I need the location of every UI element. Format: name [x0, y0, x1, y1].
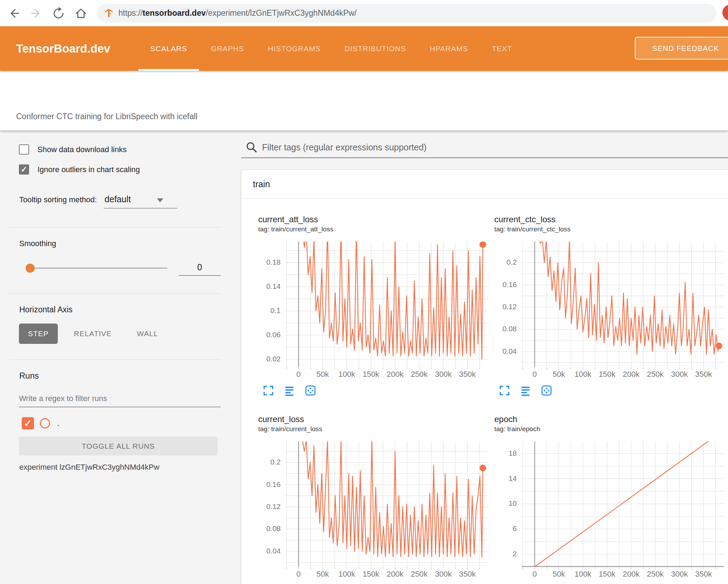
- offset-axes-icon[interactable]: [283, 385, 295, 399]
- profile-avatar[interactable]: [722, 5, 728, 21]
- home-icon[interactable]: [74, 6, 88, 20]
- run-color-circle-icon[interactable]: [40, 418, 50, 428]
- toggle-all-runs-button[interactable]: TOGGLE ALL RUNS: [19, 437, 218, 455]
- svg-text:250k: 250k: [647, 570, 664, 578]
- tab-histograms[interactable]: HISTOGRAMS: [256, 26, 333, 71]
- fit-domain-icon[interactable]: [541, 385, 552, 399]
- svg-text:50k: 50k: [552, 370, 565, 379]
- plot-current_ctc_loss[interactable]: 050k100k150k200k250k300k350k: [522, 242, 724, 379]
- svg-text:100k: 100k: [338, 570, 356, 578]
- back-icon[interactable]: [7, 6, 21, 20]
- y-axis-labels: 26101418: [494, 441, 522, 579]
- run-row: ✓ .: [22, 417, 59, 429]
- tab-hparams[interactable]: HPARAMS: [418, 26, 480, 71]
- filter-tags-input[interactable]: [262, 142, 728, 152]
- svg-text:0: 0: [533, 370, 537, 379]
- y-axis-labels: 0.020.060.10.140.18: [258, 242, 286, 379]
- fullscreen-icon[interactable]: [499, 385, 510, 399]
- chart-tag: tag: train/current_ctc_loss: [494, 225, 728, 234]
- smoothing-value-input[interactable]: 0: [179, 262, 221, 276]
- chart-title: current_ctc_loss: [494, 214, 728, 225]
- tab-distributions[interactable]: DISTRIBUTIONS: [333, 26, 418, 71]
- experiment-id-label: experiment lzGnETjwRxC3yghNMd4kPw: [19, 463, 159, 472]
- chevron-down-icon: [157, 198, 163, 202]
- svg-text:200k: 200k: [387, 370, 404, 379]
- main-panel: train current_att_losstag: train/current…: [232, 130, 728, 584]
- offset-axes-icon[interactable]: [520, 385, 531, 399]
- tab-scalars[interactable]: SCALARS: [138, 26, 199, 71]
- svg-text:350k: 350k: [695, 570, 712, 578]
- tensorboard-page: https://tensorboard.dev/experiment/lzGnE…: [0, 0, 728, 584]
- svg-text:350k: 350k: [459, 570, 476, 578]
- plot-current_att_loss[interactable]: 050k100k150k200k250k300k350k: [286, 242, 488, 379]
- svg-text:200k: 200k: [387, 570, 404, 578]
- url-text: https://tensorboard.dev/experiment/lzGnE…: [118, 8, 357, 18]
- horizontal-axis-label: Horizontal Axis: [19, 305, 73, 314]
- svg-text:300k: 300k: [435, 370, 452, 379]
- chart-title: current_att_loss: [258, 214, 494, 225]
- chart-tag: tag: train/current_att_loss: [258, 225, 494, 234]
- plot-epoch[interactable]: 050k100k150k200k250k300k350k: [522, 441, 724, 579]
- experiment-title: Conformer CTC training for LibriSpeech w…: [16, 112, 198, 121]
- smoothing-label: Smoothing: [19, 239, 56, 248]
- browser-toolbar: https://tensorboard.dev/experiment/lzGnE…: [0, 0, 728, 26]
- chart-cell-epoch: epochtag: train/epoch26101418050k100k150…: [494, 414, 728, 579]
- smoothing-slider[interactable]: [26, 264, 167, 273]
- chart-cell-current_loss: current_losstag: train/current_loss0.040…: [258, 414, 494, 579]
- chart-cell-current_ctc_loss: current_ctc_losstag: train/current_ctc_l…: [494, 214, 728, 399]
- fit-domain-icon[interactable]: [304, 385, 316, 399]
- chart-tag: tag: train/current_loss: [258, 425, 494, 434]
- svg-text:150k: 150k: [599, 370, 616, 379]
- chart-tag: tag: train/epoch: [494, 425, 728, 434]
- slider-thumb[interactable]: [26, 264, 35, 273]
- svg-text:300k: 300k: [435, 570, 452, 578]
- axis-option-relative[interactable]: RELATIVE: [65, 324, 121, 344]
- reload-icon[interactable]: [51, 6, 66, 20]
- show-download-links-checkbox[interactable]: Show data download links: [19, 144, 126, 155]
- tooltip-sorting-select[interactable]: default: [104, 194, 177, 209]
- charts-grid: current_att_losstag: train/current_att_l…: [241, 199, 728, 579]
- axis-option-step[interactable]: STEP: [19, 324, 58, 344]
- svg-text:300k: 300k: [671, 370, 688, 379]
- svg-text:200k: 200k: [623, 570, 640, 578]
- svg-text:200k: 200k: [623, 370, 640, 379]
- runs-label: Runs: [19, 371, 39, 381]
- plot-current_loss[interactable]: 050k100k150k200k250k300k350k: [286, 441, 488, 579]
- chart-cell-current_att_loss: current_att_losstag: train/current_att_l…: [258, 214, 494, 399]
- svg-text:250k: 250k: [411, 370, 428, 379]
- svg-text:0: 0: [533, 570, 537, 578]
- divider: [9, 359, 221, 360]
- fullscreen-icon[interactable]: [262, 385, 274, 399]
- y-axis-labels: 0.040.080.120.160.2: [494, 242, 522, 379]
- tab-graphs[interactable]: GRAPHS: [199, 26, 256, 71]
- tensorboard-favicon: [104, 8, 114, 18]
- svg-text:150k: 150k: [599, 570, 616, 578]
- checkbox-unchecked-icon[interactable]: [19, 144, 29, 155]
- settings-sidebar: Show data download links ✓ Ignore outlie…: [0, 130, 232, 584]
- svg-text:0: 0: [296, 370, 301, 379]
- run-checkbox-checked-icon[interactable]: ✓: [22, 417, 34, 429]
- svg-text:100k: 100k: [338, 370, 356, 379]
- horizontal-axis-buttons: STEPRELATIVEWALL: [19, 324, 167, 344]
- divider: [9, 227, 221, 228]
- slider-track[interactable]: [26, 267, 167, 269]
- svg-text:350k: 350k: [459, 370, 476, 379]
- train-card: train current_att_losstag: train/current…: [241, 170, 728, 584]
- checkbox-checked-icon[interactable]: ✓: [19, 164, 29, 175]
- chart-title: epoch: [494, 414, 728, 425]
- svg-text:100k: 100k: [575, 570, 592, 578]
- axis-option-wall[interactable]: WALL: [128, 324, 167, 344]
- tooltip-sorting-row: Tooltip sorting method: default: [19, 194, 177, 209]
- url-bar[interactable]: https://tensorboard.dev/experiment/lzGnE…: [97, 4, 716, 22]
- app-header: TensorBoard.dev SCALARSGRAPHSHISTOGRAMSD…: [0, 26, 728, 71]
- search-icon: [245, 141, 258, 154]
- ignore-outliers-checkbox[interactable]: ✓ Ignore outliers in chart scaling: [19, 164, 140, 175]
- send-feedback-button[interactable]: SEND FEEDBACK: [635, 37, 728, 60]
- runs-filter-input[interactable]: [19, 394, 221, 403]
- card-title[interactable]: train: [241, 170, 728, 199]
- run-name: .: [57, 419, 59, 428]
- svg-text:100k: 100k: [575, 370, 592, 379]
- tab-text[interactable]: TEXT: [480, 26, 524, 71]
- svg-text:50k: 50k: [316, 570, 329, 578]
- forward-icon[interactable]: [29, 6, 43, 20]
